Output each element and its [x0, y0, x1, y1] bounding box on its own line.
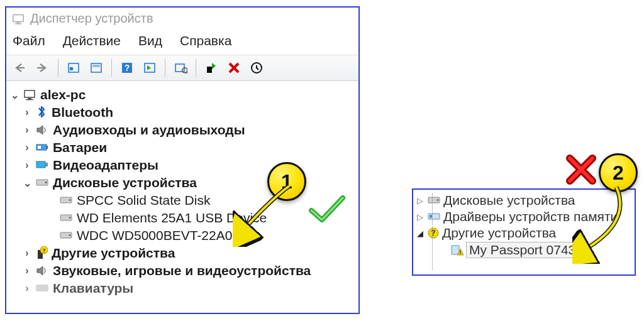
fragment-tree[interactable]: ▷ Дисковые устройства ▷ Драйверы устройс…: [413, 190, 635, 261]
window-title: Диспетчер устройств: [30, 11, 153, 26]
refresh-button[interactable]: [140, 58, 160, 78]
computer-icon: [11, 12, 25, 26]
chevron-right-icon[interactable]: ›: [23, 160, 31, 171]
chevron-right-icon[interactable]: ›: [23, 107, 31, 118]
menu-view[interactable]: Вид: [138, 33, 162, 48]
disk-drive-icon: [35, 178, 49, 188]
keyboard-icon: [35, 283, 49, 293]
error-x-icon: [566, 155, 596, 185]
menu-bar: Файл Действие Вид Справка: [6, 30, 358, 55]
svg-point-30: [69, 217, 71, 219]
scan-hardware-button[interactable]: [170, 58, 191, 78]
triangle-right-icon[interactable]: ▷: [417, 212, 425, 222]
fragment-unknown-item[interactable]: ! My Passport 0743: [417, 241, 631, 259]
root-label: alex-pc: [40, 87, 86, 102]
chevron-right-icon[interactable]: ›: [23, 142, 31, 153]
disable-button[interactable]: [247, 58, 267, 78]
unknown-device-icon: ?: [35, 246, 48, 260]
triangle-down-icon[interactable]: ◢: [417, 229, 425, 238]
svg-rect-10: [175, 64, 184, 72]
bluetooth-icon: [35, 106, 48, 119]
chevron-right-icon[interactable]: ›: [23, 283, 31, 294]
menu-file[interactable]: Файл: [13, 33, 45, 48]
update-driver-button[interactable]: [201, 58, 221, 78]
check-mark-icon: [308, 195, 346, 226]
disk-item-label: WDC WD5000BEVT-22A0RT0: [77, 228, 257, 243]
unknown-category-icon: ?: [427, 227, 440, 239]
tree-keyboards[interactable]: › Клавиатуры: [10, 280, 355, 297]
display-adapter-icon: [35, 160, 49, 171]
fragment-unknown-label: My Passport 0743: [466, 242, 579, 258]
properties-button[interactable]: [86, 58, 106, 78]
warning-device-icon: !: [450, 244, 464, 256]
show-hidden-button[interactable]: [64, 58, 84, 78]
fragment-mem-drivers[interactable]: ▷ Драйверы устройств памяти: [417, 209, 631, 225]
svg-rect-17: [25, 90, 35, 97]
svg-rect-1: [16, 22, 20, 23]
svg-line-12: [186, 72, 187, 73]
fragment-mem-label: Драйверы устройств памяти: [443, 209, 618, 224]
help-button[interactable]: ?: [117, 58, 137, 78]
disk-drive-icon: [427, 196, 441, 205]
svg-rect-4: [70, 67, 73, 70]
tree-disk-item[interactable]: · WD Elements 25A1 USB Device: [10, 209, 355, 227]
annotation-badge-2: 2: [599, 153, 638, 192]
tree-disk-item[interactable]: · SPCC Solid State Disk: [10, 192, 355, 209]
menu-help[interactable]: Справка: [180, 33, 231, 48]
svg-rect-13: [207, 67, 212, 73]
other-label: Другие устройства: [52, 246, 175, 261]
bluetooth-label: Bluetooth: [52, 105, 113, 120]
fragment-other-devices[interactable]: ◢ ? Другие устройства: [417, 225, 631, 241]
svg-rect-18: [28, 98, 31, 99]
svg-rect-23: [36, 161, 45, 168]
svg-rect-21: [47, 146, 48, 149]
sgv-label: Звуковые, игровые и видеоустройства: [53, 263, 311, 278]
chevron-right-icon[interactable]: ›: [23, 247, 31, 259]
disk-item-label: WD Elements 25A1 USB Device: [77, 210, 267, 225]
svg-point-40: [437, 199, 439, 201]
svg-point-28: [69, 199, 71, 201]
device-fragment-window: ▷ Дисковые устройства ▷ Драйверы устройс…: [412, 188, 636, 276]
uninstall-button[interactable]: [224, 58, 244, 78]
disk-drive-icon: [59, 231, 73, 240]
triangle-right-icon[interactable]: ▷: [417, 196, 425, 205]
svg-rect-22: [38, 146, 41, 149]
chevron-right-icon[interactable]: ›: [23, 124, 31, 136]
disk-label: Дисковые устройства: [53, 175, 197, 190]
svg-text:!: !: [460, 249, 462, 256]
chevron-right-icon[interactable]: ›: [23, 265, 31, 276]
computer-icon: [23, 89, 36, 101]
svg-text:?: ?: [125, 63, 130, 73]
device-tree[interactable]: ⌄ alex-pc › Bluetooth › Аудиовходы и ауд…: [6, 81, 358, 302]
disk-drive-icon: [59, 196, 73, 205]
toolbar: ?: [6, 55, 358, 81]
tree-batteries[interactable]: › Батареи: [10, 139, 355, 156]
window-titlebar: Диспетчер устройств: [6, 8, 358, 30]
nav-forward-button[interactable]: [33, 58, 53, 78]
svg-point-32: [69, 234, 71, 236]
annotation-badge-1: 1: [267, 162, 306, 201]
svg-rect-19: [26, 99, 33, 100]
audio-label: Аудиовходы и аудиовыходы: [53, 122, 245, 138]
tree-root[interactable]: ⌄ alex-pc: [10, 86, 355, 104]
speaker-icon: [35, 264, 49, 277]
menu-action[interactable]: Действие: [63, 33, 121, 48]
nav-back-button[interactable]: [10, 58, 30, 78]
chevron-down-icon[interactable]: ⌄: [23, 177, 31, 189]
keyboard-label: Клавиатуры: [53, 281, 133, 296]
svg-rect-24: [45, 163, 48, 166]
battery-label: Батареи: [53, 140, 107, 155]
svg-rect-0: [13, 14, 24, 21]
disk-item-label: SPCC Solid State Disk: [77, 193, 210, 208]
tree-other-devices[interactable]: › ? Другие устройства: [10, 244, 355, 262]
tree-sound-game-video[interactable]: › Звуковые, игровые и видеоустройства: [10, 262, 355, 280]
tree-disk-item[interactable]: · WDC WD5000BEVT-22A0RT0: [10, 227, 355, 244]
tree-bluetooth[interactable]: › Bluetooth: [10, 104, 355, 121]
svg-point-26: [45, 182, 47, 183]
tree-audio-io[interactable]: › Аудиовходы и аудиовыходы: [10, 121, 355, 139]
fragment-disk-drives[interactable]: ▷ Дисковые устройства: [417, 192, 631, 209]
svg-rect-6: [92, 65, 100, 67]
chevron-down-icon[interactable]: ⌄: [10, 89, 19, 101]
svg-rect-36: [36, 285, 48, 291]
device-manager-window: Диспетчер устройств Файл Действие Вид Сп…: [5, 6, 360, 314]
